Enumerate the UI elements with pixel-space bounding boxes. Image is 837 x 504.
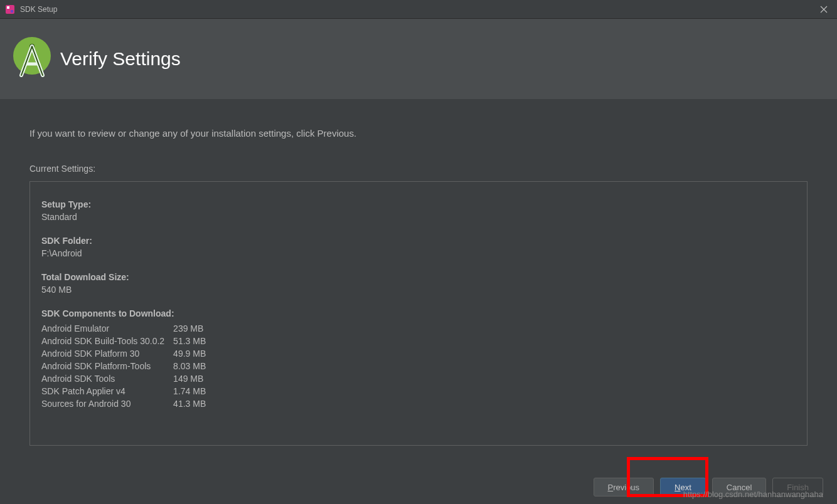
previous-rest: revious bbox=[613, 483, 639, 492]
content-area: If you want to review or change any of y… bbox=[0, 99, 837, 446]
next-mnemonic: N bbox=[674, 483, 680, 492]
component-name: Android SDK Platform-Tools bbox=[41, 360, 173, 372]
table-row: Android SDK Build-Tools 30.0.251.3 MB bbox=[41, 335, 206, 347]
sdk-folder-value: F:\Android bbox=[41, 248, 796, 258]
sdk-folder-label: SDK Folder: bbox=[41, 236, 796, 246]
table-row: Android Emulator239 MB bbox=[41, 322, 206, 335]
header-band: Verify Settings bbox=[0, 19, 837, 99]
component-size: 8.03 MB bbox=[173, 360, 206, 372]
component-size: 149 MB bbox=[173, 372, 206, 385]
current-settings-label: Current Settings: bbox=[29, 164, 808, 174]
table-row: Sources for Android 3041.3 MB bbox=[41, 397, 206, 410]
finish-button: Finish bbox=[772, 478, 823, 496]
table-row: Android SDK Platform-Tools8.03 MB bbox=[41, 360, 206, 372]
component-size: 51.3 MB bbox=[173, 335, 206, 347]
cancel-button[interactable]: Cancel bbox=[712, 478, 766, 496]
component-name: Android SDK Build-Tools 30.0.2 bbox=[41, 335, 173, 347]
previous-button[interactable]: Previous bbox=[594, 478, 654, 496]
intro-text: If you want to review or change any of y… bbox=[29, 128, 808, 139]
svg-rect-1 bbox=[7, 6, 9, 9]
component-name: Android SDK Platform 30 bbox=[41, 347, 173, 360]
app-icon bbox=[5, 4, 15, 14]
table-row: Android SDK Tools149 MB bbox=[41, 372, 206, 385]
component-size: 41.3 MB bbox=[173, 397, 206, 410]
component-name: Android SDK Tools bbox=[41, 372, 173, 385]
setup-type-value: Standard bbox=[41, 212, 796, 222]
download-size-label: Total Download Size: bbox=[41, 272, 796, 282]
window-title: SDK Setup bbox=[20, 5, 57, 14]
next-rest: ext bbox=[681, 483, 691, 492]
table-row: SDK Patch Applier v41.74 MB bbox=[41, 385, 206, 397]
component-name: SDK Patch Applier v4 bbox=[41, 385, 173, 397]
footer-buttons: Previous Next Cancel Finish bbox=[594, 478, 823, 496]
titlebar: SDK Setup bbox=[0, 0, 837, 19]
svg-point-5 bbox=[13, 37, 51, 75]
android-studio-icon bbox=[13, 36, 51, 81]
table-row: Android SDK Platform 3049.9 MB bbox=[41, 347, 206, 360]
next-button[interactable]: Next bbox=[660, 478, 706, 496]
download-size-value: 540 MB bbox=[41, 285, 796, 295]
previous-mnemonic: P bbox=[608, 483, 614, 492]
component-size: 49.9 MB bbox=[173, 347, 206, 360]
close-icon[interactable] bbox=[818, 4, 829, 15]
component-name: Sources for Android 30 bbox=[41, 397, 173, 410]
component-size: 239 MB bbox=[173, 322, 206, 335]
svg-rect-2 bbox=[11, 10, 13, 13]
settings-panel: Setup Type: Standard SDK Folder: F:\Andr… bbox=[29, 181, 808, 446]
component-size: 1.74 MB bbox=[173, 385, 206, 397]
components-label: SDK Components to Download: bbox=[41, 308, 796, 318]
setup-type-label: Setup Type: bbox=[41, 199, 796, 209]
component-name: Android Emulator bbox=[41, 322, 173, 335]
components-table: Android Emulator239 MBAndroid SDK Build-… bbox=[41, 322, 206, 410]
page-title: Verify Settings bbox=[60, 48, 181, 70]
